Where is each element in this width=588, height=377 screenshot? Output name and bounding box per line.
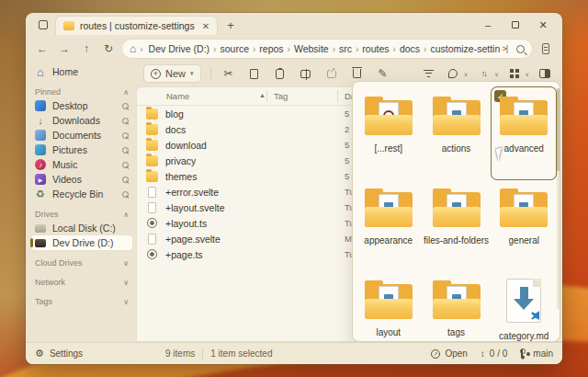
grid-item-label: layout bbox=[376, 327, 401, 337]
home-icon[interactable]: ⌂ bbox=[130, 42, 136, 55]
up-button[interactable]: ↑ bbox=[77, 40, 96, 58]
breadcrumb[interactable]: ⌂ › Dev Drive (D:) › source › repos › We… bbox=[121, 39, 533, 59]
breadcrumb-item[interactable]: routes › bbox=[358, 43, 396, 54]
sidebar-item[interactable]: Pictures bbox=[31, 143, 132, 157]
folder-icon bbox=[433, 280, 481, 319]
file-name: privacy bbox=[165, 155, 322, 166]
chevron-up-icon[interactable]: ∧ bbox=[123, 88, 129, 97]
minimize-button[interactable]: – bbox=[474, 15, 502, 35]
sidebar-item-label: Videos bbox=[52, 174, 116, 185]
breadcrumb-item[interactable]: repos › bbox=[255, 43, 290, 54]
new-tab-button[interactable]: + bbox=[221, 16, 240, 34]
breadcrumb-label[interactable]: src bbox=[335, 43, 356, 54]
ongoing-tasks-button[interactable] bbox=[537, 40, 555, 58]
back-button[interactable]: ← bbox=[33, 40, 51, 58]
grid-item[interactable]: ✓ appearance bbox=[356, 179, 421, 271]
layout-view-button[interactable] bbox=[506, 65, 523, 82]
tab-routes-customize-settings[interactable]: routes | customize-settings ✕ bbox=[55, 16, 218, 35]
chevron-down-icon[interactable]: ∨ bbox=[123, 279, 129, 287]
grid-item-label: category.md bbox=[499, 331, 548, 341]
git-branch-button[interactable]: main bbox=[520, 348, 553, 359]
crumb-separator: › bbox=[140, 44, 142, 54]
breadcrumb-label[interactable]: Website bbox=[290, 43, 333, 54]
sidebar-item[interactable]: Desktop bbox=[31, 98, 132, 113]
paste-button[interactable] bbox=[272, 65, 288, 82]
share-button[interactable] bbox=[323, 65, 340, 82]
sidebar-item[interactable]: ♪ Music bbox=[31, 157, 132, 172]
grid-item[interactable]: ✓ advanced bbox=[492, 87, 556, 179]
breadcrumb-item[interactable]: docs › bbox=[396, 43, 427, 54]
chevron-up-icon[interactable]: ∧ bbox=[123, 211, 129, 219]
grid-item-label: general bbox=[509, 235, 539, 246]
breadcrumb-label[interactable]: docs bbox=[396, 43, 424, 54]
rename-button[interactable] bbox=[298, 65, 314, 82]
git-sync-status[interactable]: ↕ 0 / 0 bbox=[481, 348, 507, 359]
chevron-down-icon[interactable]: ∨ bbox=[123, 298, 129, 306]
breadcrumb-item[interactable]: customize-settings › bbox=[426, 43, 500, 54]
copy-button[interactable] bbox=[246, 65, 263, 82]
column-divider[interactable] bbox=[266, 90, 267, 102]
chevron-down-icon[interactable]: ∨ bbox=[123, 259, 129, 268]
sidebar-item-drive[interactable]: Dev Drive (D:) bbox=[31, 235, 132, 250]
grid-item[interactable]: ✓ category.md bbox=[492, 271, 556, 342]
breadcrumb-item[interactable]: Dev Drive (D:) › bbox=[145, 43, 217, 54]
sidebar-section-pinned[interactable]: Pinned ∧ bbox=[31, 86, 132, 98]
sidebar-section-drives[interactable]: Drives ∧ bbox=[31, 208, 132, 221]
selection-summary: 9 items 1 item selected bbox=[165, 348, 273, 360]
grid-item[interactable]: ✓ files-and-folders bbox=[424, 179, 489, 271]
trash-icon bbox=[353, 69, 361, 78]
grid-item[interactable]: ✓ actions bbox=[424, 87, 489, 179]
preview-pane-button[interactable] bbox=[537, 65, 553, 82]
sidebar-item[interactable]: Documents bbox=[31, 128, 132, 143]
open-button[interactable]: ↗ Open bbox=[431, 348, 467, 359]
sidebar-section-collapsed[interactable]: Network ∨ bbox=[31, 276, 132, 289]
column-header-tag[interactable]: Tag bbox=[274, 91, 288, 101]
refresh-button[interactable]: ↻ bbox=[99, 40, 118, 58]
breadcrumb-item[interactable]: Website › bbox=[290, 43, 335, 54]
breadcrumb-label[interactable]: customize-settings bbox=[426, 43, 500, 54]
grid-item[interactable]: ✓ tags bbox=[424, 271, 489, 342]
sidebar-section-collapsed[interactable]: Tags ∨ bbox=[31, 295, 132, 308]
jump-to-end-icon[interactable]: >| bbox=[502, 44, 507, 53]
search-icon[interactable] bbox=[516, 45, 525, 53]
cut-button[interactable]: ✂ bbox=[220, 65, 237, 82]
breadcrumb-item[interactable]: source › bbox=[216, 43, 255, 54]
close-button[interactable]: ✕ bbox=[529, 15, 557, 35]
sort-button[interactable]: ↑↓ bbox=[475, 65, 492, 82]
breadcrumb-label[interactable]: routes bbox=[358, 43, 392, 54]
chevron-down-icon: ∨ bbox=[464, 71, 468, 77]
edit-button[interactable]: ✎ bbox=[375, 65, 391, 82]
vscode-badge-icon bbox=[530, 311, 539, 320]
toolbar-separator bbox=[210, 67, 211, 80]
delete-button[interactable] bbox=[349, 65, 366, 82]
sidebar-item[interactable]: ▶ Videos bbox=[31, 172, 132, 187]
sidebar-item[interactable]: ♻ Recycle Bin bbox=[31, 187, 132, 201]
scrollbar-thumb[interactable] bbox=[557, 88, 560, 171]
breadcrumb-label[interactable]: source bbox=[216, 43, 253, 54]
section-label: Network bbox=[35, 278, 65, 287]
column-divider[interactable] bbox=[337, 90, 338, 102]
breadcrumb-label[interactable]: Dev Drive (D:) bbox=[145, 43, 214, 54]
new-button[interactable]: + New ▾ bbox=[143, 64, 201, 83]
grid-item-label: files-and-folders bbox=[424, 235, 489, 246]
grid-item[interactable]: ✓ [...rest] bbox=[356, 87, 421, 179]
items-count: 9 items bbox=[165, 348, 195, 359]
tab-close-icon[interactable]: ✕ bbox=[202, 21, 209, 31]
breadcrumb-item[interactable]: src › bbox=[335, 43, 358, 54]
sidebar-item-home[interactable]: ⌂ Home bbox=[31, 64, 132, 79]
tab-list-button[interactable] bbox=[35, 17, 51, 33]
settings-button[interactable]: ⚙ Settings bbox=[35, 348, 138, 360]
column-header-name[interactable]: Name bbox=[166, 91, 189, 101]
group-by-button[interactable] bbox=[445, 65, 461, 82]
maximize-button[interactable] bbox=[502, 15, 529, 35]
grid-item[interactable]: ✓ layout bbox=[356, 271, 421, 342]
sidebar-section-collapsed[interactable]: Cloud Drives ∨ bbox=[31, 257, 132, 269]
sidebar-item-drive[interactable]: Local Disk (C:) bbox=[31, 221, 132, 235]
breadcrumb-label[interactable]: repos bbox=[255, 43, 287, 54]
grid-item[interactable]: ✓ general bbox=[492, 179, 556, 271]
forward-button[interactable]: → bbox=[55, 40, 74, 58]
sidebar-item[interactable]: ↓ Downloads bbox=[31, 113, 132, 128]
scrollbar[interactable] bbox=[557, 88, 560, 309]
filter-button[interactable] bbox=[421, 65, 437, 82]
file-type-icon bbox=[147, 249, 157, 259]
